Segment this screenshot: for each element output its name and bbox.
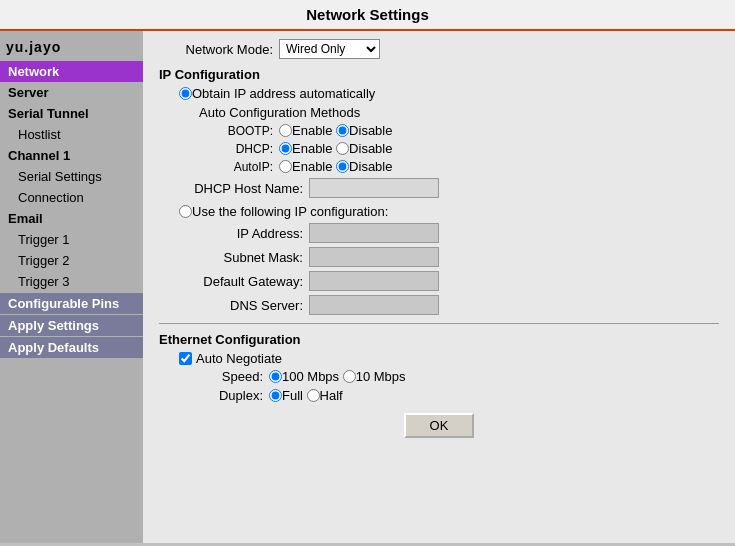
- sidebar: yu.jayo Network Server Serial Tunnel Hos…: [0, 31, 143, 543]
- subnet-mask-label: Subnet Mask:: [199, 250, 309, 265]
- auto-ip-radio[interactable]: [179, 87, 192, 100]
- speed-100-radio[interactable]: [269, 370, 282, 383]
- autoip-disable-label: Disable: [349, 159, 392, 174]
- bootp-disable-radio[interactable]: [336, 124, 349, 137]
- subnet-mask-input[interactable]: [309, 247, 439, 267]
- sidebar-item-server[interactable]: Server: [0, 82, 143, 103]
- sidebar-item-configurable-pins[interactable]: Configurable Pins: [0, 293, 143, 314]
- dns-server-label: DNS Server:: [199, 298, 309, 313]
- ok-button[interactable]: OK: [404, 413, 475, 438]
- bootp-enable-label: Enable: [292, 123, 332, 138]
- auto-config-methods-label: Auto Configuration Methods: [199, 105, 360, 120]
- bootp-disable-label: Disable: [349, 123, 392, 138]
- dhcp-disable-label: Disable: [349, 141, 392, 156]
- auto-negotiate-checkbox[interactable]: [179, 352, 192, 365]
- sidebar-item-hostlist[interactable]: Hostlist: [0, 124, 143, 145]
- speed-10-label: 10 Mbps: [356, 369, 406, 384]
- network-mode-select[interactable]: Wired Only Wireless Only Both: [279, 39, 380, 59]
- default-gateway-input[interactable]: [309, 271, 439, 291]
- duplex-half-label: Half: [320, 388, 343, 403]
- dhcp-label: DHCP:: [199, 142, 279, 156]
- auto-negotiate-label: Auto Negotiate: [196, 351, 282, 366]
- duplex-full-label: Full: [282, 388, 303, 403]
- main-content: Network Mode: Wired Only Wireless Only B…: [143, 31, 735, 543]
- bootp-label: BOOTP:: [199, 124, 279, 138]
- dhcp-enable-label: Enable: [292, 141, 332, 156]
- dhcp-enable-radio[interactable]: [279, 142, 292, 155]
- default-gateway-label: Default Gateway:: [199, 274, 309, 289]
- sidebar-item-apply-settings[interactable]: Apply Settings: [0, 315, 143, 336]
- page-title: Network Settings: [0, 0, 735, 31]
- app-logo: yu.jayo: [0, 35, 143, 61]
- ip-address-input[interactable]: [309, 223, 439, 243]
- sidebar-item-serial-tunnel[interactable]: Serial Tunnel: [0, 103, 143, 124]
- dhcp-hostname-input[interactable]: [309, 178, 439, 198]
- auto-ip-label: Obtain IP address automatically: [192, 86, 375, 101]
- network-mode-label: Network Mode:: [159, 42, 279, 57]
- autoip-disable-radio[interactable]: [336, 160, 349, 173]
- autoip-label: AutoIP:: [199, 160, 279, 174]
- speed-100-label: 100 Mbps: [282, 369, 339, 384]
- manual-ip-radio[interactable]: [179, 205, 192, 218]
- bootp-enable-radio[interactable]: [279, 124, 292, 137]
- sidebar-item-trigger2[interactable]: Trigger 2: [0, 250, 143, 271]
- dhcp-hostname-label: DHCP Host Name:: [179, 181, 309, 196]
- duplex-full-radio[interactable]: [269, 389, 282, 402]
- ethernet-config-title: Ethernet Configuration: [159, 332, 719, 347]
- duplex-half-radio[interactable]: [307, 389, 320, 402]
- sidebar-item-channel1[interactable]: Channel 1: [0, 145, 143, 166]
- autoip-enable-label: Enable: [292, 159, 332, 174]
- speed-label: Speed:: [199, 369, 269, 384]
- sidebar-item-email[interactable]: Email: [0, 208, 143, 229]
- autoip-enable-radio[interactable]: [279, 160, 292, 173]
- sidebar-item-trigger1[interactable]: Trigger 1: [0, 229, 143, 250]
- duplex-label: Duplex:: [199, 388, 269, 403]
- speed-10-radio[interactable]: [343, 370, 356, 383]
- dhcp-disable-radio[interactable]: [336, 142, 349, 155]
- sidebar-item-apply-defaults[interactable]: Apply Defaults: [0, 337, 143, 358]
- ip-address-label: IP Address:: [199, 226, 309, 241]
- sidebar-item-serial-settings[interactable]: Serial Settings: [0, 166, 143, 187]
- sidebar-item-trigger3[interactable]: Trigger 3: [0, 271, 143, 292]
- dns-server-input[interactable]: [309, 295, 439, 315]
- ip-config-title: IP Configuration: [159, 67, 719, 82]
- sidebar-item-connection[interactable]: Connection: [0, 187, 143, 208]
- use-following-label: Use the following IP configuration:: [192, 204, 388, 219]
- sidebar-item-network[interactable]: Network: [0, 61, 143, 82]
- section-divider: [159, 323, 719, 324]
